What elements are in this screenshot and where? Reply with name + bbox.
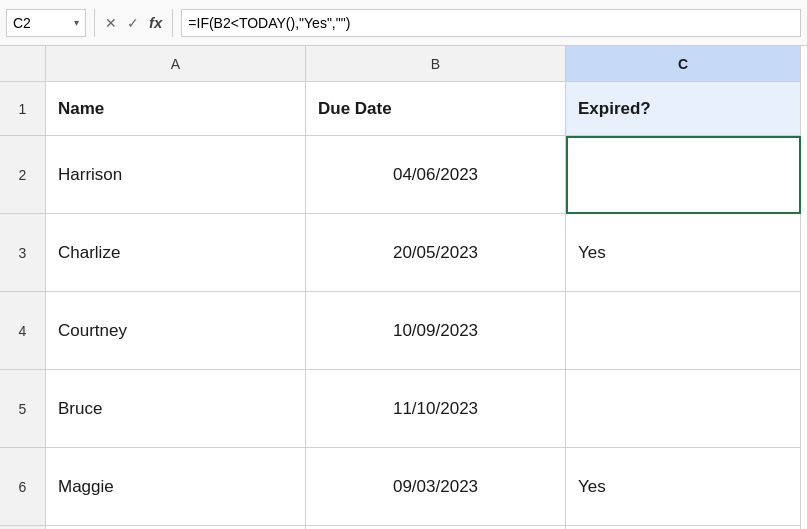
row-header-1[interactable]: 1 (0, 82, 46, 136)
cell-b4-text: 10/09/2023 (393, 321, 478, 341)
cell-a3-text: Charlize (58, 243, 120, 263)
cell-b6[interactable]: 09/03/2023 (306, 448, 566, 526)
confirm-icon[interactable]: ✓ (125, 15, 141, 31)
insert-function-icon[interactable]: fx (147, 14, 164, 31)
cell-a3[interactable]: Charlize (46, 214, 306, 292)
cell-a4-text: Courtney (58, 321, 127, 341)
cell-c1[interactable]: Expired? (566, 82, 801, 136)
cell-a5[interactable]: Bruce (46, 370, 306, 448)
col-header-c[interactable]: C (566, 46, 801, 82)
cell-b2[interactable]: 04/06/2023 (306, 136, 566, 214)
cell-a2-text: Harrison (58, 165, 122, 185)
formula-bar-divider (94, 9, 95, 37)
formula-bar: C2 ▾ ✕ ✓ fx (0, 0, 807, 46)
cell-a1-text: Name (58, 99, 104, 119)
col-header-b[interactable]: B (306, 46, 566, 82)
cell-b5[interactable]: 11/10/2023 (306, 370, 566, 448)
cell-ref-dropdown-icon[interactable]: ▾ (70, 17, 79, 28)
cell-c6-text: Yes (578, 477, 606, 497)
cell-a4[interactable]: Courtney (46, 292, 306, 370)
cell-c3[interactable]: Yes (566, 214, 801, 292)
cell-a5-text: Bruce (58, 399, 102, 419)
row-header-4[interactable]: 4 (0, 292, 46, 370)
formula-input[interactable] (181, 9, 801, 37)
cell-b3-text: 20/05/2023 (393, 243, 478, 263)
cancel-icon[interactable]: ✕ (103, 15, 119, 31)
cell-c2[interactable] (566, 136, 801, 214)
cell-c5[interactable] (566, 370, 801, 448)
cell-b5-text: 11/10/2023 (393, 399, 478, 419)
cell-a6-text: Maggie (58, 477, 114, 497)
row-header-5[interactable]: 5 (0, 370, 46, 448)
col-header-a[interactable]: A (46, 46, 306, 82)
cell-c1-text: Expired? (578, 99, 651, 119)
cell-reference-box[interactable]: C2 ▾ (6, 9, 86, 37)
spreadsheet: A B C 1 Name Due Date Expired? 2 Harriso… (0, 46, 807, 529)
cell-a2[interactable]: Harrison (46, 136, 306, 214)
cell-a1[interactable]: Name (46, 82, 306, 136)
cell-c3-text: Yes (578, 243, 606, 263)
cell-b2-text: 04/06/2023 (393, 165, 478, 185)
formula-bar-icons: ✕ ✓ fx (103, 14, 164, 31)
cell-b4[interactable]: 10/09/2023 (306, 292, 566, 370)
cell-reference-text: C2 (13, 15, 70, 31)
corner-cell (0, 46, 46, 82)
formula-bar-divider2 (172, 9, 173, 37)
grid: A B C 1 Name Due Date Expired? 2 Harriso… (0, 46, 807, 529)
cell-b1[interactable]: Due Date (306, 82, 566, 136)
cell-b1-text: Due Date (318, 99, 392, 119)
cell-b3[interactable]: 20/05/2023 (306, 214, 566, 292)
cell-b6-text: 09/03/2023 (393, 477, 478, 497)
row-header-3[interactable]: 3 (0, 214, 46, 292)
cell-a6[interactable]: Maggie (46, 448, 306, 526)
cell-c4[interactable] (566, 292, 801, 370)
cell-c6[interactable]: Yes (566, 448, 801, 526)
row-header-2[interactable]: 2 (0, 136, 46, 214)
row-header-6[interactable]: 6 (0, 448, 46, 526)
